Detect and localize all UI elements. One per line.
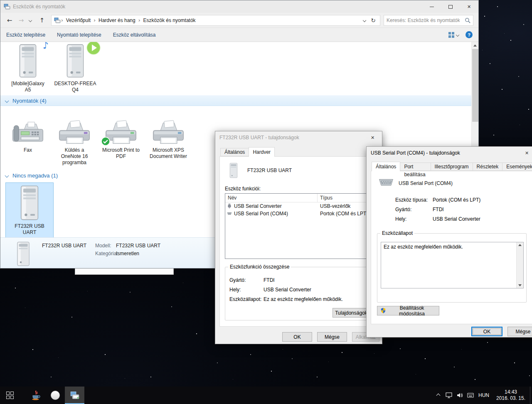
monitor-icon[interactable] [443, 387, 454, 404]
fax-icon [5, 108, 50, 146]
printer-device-icon [57, 120, 92, 146]
maximize-button[interactable] [441, 0, 460, 13]
tab-hardware[interactable]: Hardver [249, 147, 275, 157]
status-scrollbar[interactable] [516, 242, 523, 288]
remove-device-command[interactable]: Eszköz eltávolítása [113, 32, 156, 38]
breadcrumb-hardware-and-sound[interactable]: Hardver és hang [96, 15, 138, 25]
address-bar[interactable]: › Vezérlőpult › Hardver és hang › Eszköz… [51, 15, 380, 26]
keyboard-icon[interactable] [465, 387, 476, 404]
triangle-up-icon[interactable] [518, 244, 522, 246]
dialog-titlebar[interactable]: FT232R USB UART - tulajdonságok ✕ [215, 131, 382, 144]
taskbar-app-java[interactable] [26, 387, 45, 404]
address-dropdown-icon[interactable] [363, 18, 366, 22]
close-icon: ✕ [371, 135, 374, 140]
dialog-titlebar[interactable]: USB Serial Port (COM4) - tulajdonságok ✕ [367, 147, 532, 159]
dialog-device-name: FT232R USB UART [247, 168, 292, 173]
details-category-value: Ismeretlen [116, 251, 139, 256]
breadcrumb-control-panel[interactable]: Vezérlőpult [64, 15, 93, 25]
search-icon[interactable] [465, 17, 471, 24]
usb-device-icon [6, 185, 53, 222]
location-value: USB Serial Converter [264, 287, 311, 293]
scroll-up-button[interactable] [472, 42, 478, 49]
taskbar-clock[interactable]: 14:43 2016. 03. 15. [492, 389, 530, 402]
printer-item-fax[interactable]: Fax [5, 108, 50, 153]
device-functions-list[interactable]: Név Típus USB Serial Converter USB-vezér… [225, 193, 374, 259]
manufacturer-label: Gyártó: [395, 207, 411, 212]
list-row-usb-serial-port[interactable]: USB Serial Port (COM4) Portok (COM és LP… [225, 210, 373, 217]
clock-date: 2016. 03. 15. [493, 395, 528, 402]
details-model-label: Modell: [95, 243, 111, 249]
device-function-summary-group: Eszközfunkció összegzése Gyártó: FTDI He… [225, 264, 374, 320]
help-button[interactable]: ? [466, 31, 473, 38]
search-input[interactable] [384, 15, 462, 25]
minimize-button[interactable] [422, 0, 441, 13]
ok-button[interactable]: OK [282, 332, 312, 342]
windows-logo-icon [6, 392, 14, 399]
cancel-button[interactable]: Mégse [507, 327, 532, 336]
change-view-button[interactable] [448, 32, 459, 38]
ok-button[interactable]: OK [471, 327, 502, 336]
add-device-command[interactable]: Eszköz telepítése [6, 32, 45, 38]
java-coffee-icon [31, 390, 41, 400]
command-bar-right: ? [448, 31, 478, 38]
hidden-icons-chevron[interactable] [433, 387, 443, 404]
up-button[interactable]: ↑ [36, 15, 48, 26]
tab-driver[interactable]: Illesztőprogram [431, 163, 473, 171]
add-printer-command[interactable]: Nyomtató telepítése [57, 32, 101, 38]
system-tray: HUN 14:43 2016. 03. 15. [433, 387, 532, 404]
list-row-usb-converter[interactable]: USB Serial Converter USB-vezérlők [225, 202, 373, 210]
change-settings-button[interactable]: Beállítások módosítása [377, 306, 439, 315]
forward-button[interactable]: → [15, 15, 27, 26]
cancel-button[interactable]: Mégse [317, 332, 347, 342]
close-button[interactable]: ✕ [517, 147, 532, 159]
device-item-desktop-freea[interactable]: DESKTOP-FREEA Q4 [54, 42, 97, 93]
taskbar-app-devices-printers[interactable] [65, 387, 84, 404]
tab-events[interactable]: Események [502, 163, 532, 171]
window-titlebar[interactable]: Eszközök és nyomtatók ✕ [0, 0, 478, 13]
column-name[interactable]: Név [225, 194, 318, 202]
minimize-icon [430, 7, 434, 7]
breadcrumb-separator[interactable]: › [61, 17, 64, 23]
collapse-chevron-icon [5, 99, 9, 103]
location-label: Hely: [395, 216, 406, 222]
device-label: [Mobile]Galaxy A5 [6, 81, 49, 93]
details-model-value: FT232R USB UART [116, 243, 160, 249]
group-title: Eszközállapot [380, 230, 414, 236]
breadcrumb-separator[interactable]: › [93, 17, 96, 23]
triangle-down-icon[interactable] [518, 284, 522, 286]
start-button[interactable] [0, 387, 20, 404]
close-button[interactable]: ✕ [460, 0, 478, 13]
fax-machine-icon [11, 121, 44, 146]
ft232r-properties-dialog: FT232R USB UART - tulajdonságok ✕ Általá… [215, 131, 382, 344]
device-item-ft232r-selected[interactable]: FT232R USB UART [5, 182, 54, 237]
device-tower-icon [16, 43, 40, 79]
device-status-text: Ez az eszköz megfelelően működik. [384, 244, 463, 250]
device-status-label: Eszközállapot: [229, 296, 261, 302]
tab-general[interactable]: Általános [220, 148, 249, 156]
section-header-printers[interactable]: Nyomtatók (4) [0, 95, 471, 106]
column-type[interactable]: Típus [318, 194, 335, 202]
device-status-textbox[interactable]: Ez az eszköz megfelelően működik. [381, 242, 524, 288]
properties-button[interactable]: Tulajdonságok [332, 308, 370, 318]
tab-general[interactable]: Általános [372, 162, 400, 171]
printer-item-print-to-pdf[interactable]: Microsoft Print to PDF [99, 108, 143, 160]
device-item-galaxy-a5[interactable]: ♪ [Mobile]Galaxy A5 [6, 42, 49, 93]
breadcrumb-separator[interactable]: › [138, 17, 141, 23]
device-tower-icon [17, 185, 42, 222]
printer-item-onenote[interactable]: Küldés a OneNote 16 programba [52, 108, 97, 166]
back-button[interactable]: ← [4, 15, 15, 26]
tab-details[interactable]: Részletek [473, 163, 503, 171]
language-indicator[interactable]: HUN [476, 387, 492, 404]
refresh-button[interactable]: ↻ [371, 17, 376, 24]
tab-port-settings[interactable]: Port beállítása [400, 163, 431, 171]
uac-shield-icon [381, 308, 386, 314]
close-button[interactable]: ✕ [363, 131, 382, 144]
printer-item-xps-writer[interactable]: Microsoft XPS Document Writer [145, 108, 192, 160]
close-icon: ✕ [525, 150, 529, 156]
scrollbar-thumb[interactable] [472, 49, 478, 122]
volume-icon[interactable] [454, 387, 465, 404]
breadcrumb-devices-and-printers[interactable]: Eszközök és nyomtatók [141, 15, 198, 25]
recent-locations-dropdown[interactable] [27, 15, 34, 26]
show-desktop-button[interactable] [530, 387, 532, 404]
taskbar-app-circle[interactable] [45, 387, 65, 404]
